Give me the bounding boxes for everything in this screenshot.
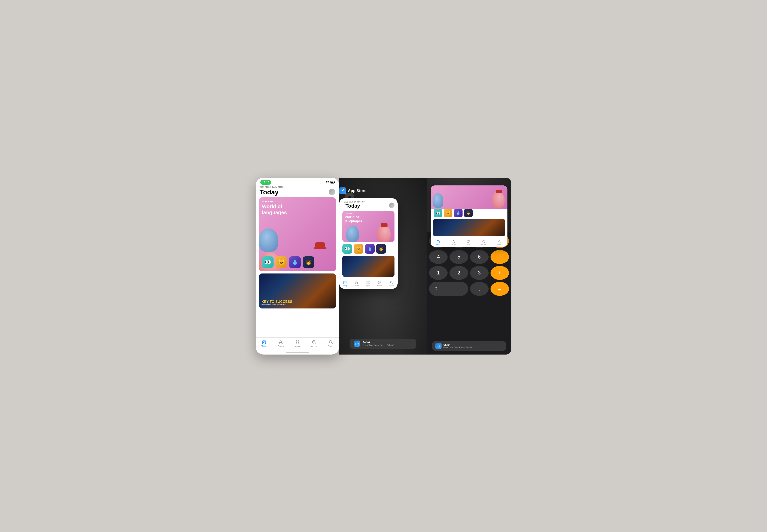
- nav-item-apps[interactable]: Apps: [289, 340, 306, 347]
- switcher-nav-games[interactable]: Games: [354, 281, 359, 287]
- app-store-icon: [339, 187, 346, 194]
- p3-icon-2[interactable]: 🐱: [444, 209, 452, 217]
- nav-label-games: Games: [278, 345, 284, 347]
- switcher-nav-label-apps: Apps: [366, 285, 370, 287]
- safari-footer-3[interactable]: Safari From "MacBook Pro — Admin": [432, 341, 506, 351]
- hero-app-icons-row: 👀 🐱 💧 🧒: [262, 256, 314, 268]
- nav-label-arcade: Arcade: [311, 345, 317, 347]
- safari-icon-3: [435, 343, 442, 349]
- calc-btn-plus[interactable]: +: [491, 266, 509, 280]
- switcher-icon-4[interactable]: 🧒: [376, 244, 386, 254]
- svg-rect-0: [262, 341, 266, 344]
- svg-point-35: [483, 240, 485, 243]
- app-icon-2[interactable]: 🐱: [275, 256, 287, 268]
- calc-btn-6[interactable]: 6: [470, 250, 489, 264]
- switcher-nav-label-games: Games: [354, 285, 359, 287]
- svg-rect-19: [368, 281, 369, 282]
- svg-point-23: [379, 282, 379, 282]
- p3-nav-search[interactable]: Search: [497, 240, 502, 245]
- nav-item-search[interactable]: Search: [323, 340, 339, 347]
- calculator: 7 8 9 × 4 5 6 − 1 2 3 + 0 , =: [427, 232, 511, 355]
- switcher-nav-today[interactable]: Today: [343, 281, 347, 287]
- app-icon-4[interactable]: 🧒: [303, 256, 314, 268]
- status-right: LTE: [320, 181, 335, 184]
- app-icon-1[interactable]: 👀: [262, 256, 274, 268]
- switcher-game-card[interactable]: [342, 256, 394, 277]
- lte-label: LTE: [324, 181, 329, 184]
- svg-point-10: [313, 342, 314, 342]
- p3-nav-games[interactable]: Games: [451, 240, 456, 245]
- svg-marker-16: [356, 281, 358, 283]
- nav-item-today[interactable]: Today: [256, 340, 272, 347]
- p3-icon-4[interactable]: 🧒: [464, 209, 473, 217]
- page-title-today: Today: [260, 189, 279, 196]
- svg-rect-6: [298, 340, 299, 342]
- calc-btn-4[interactable]: 4: [429, 250, 448, 264]
- char-blue: [259, 228, 278, 252]
- phone1-scroll-content: FOR KIDS World of languages 👀 🐱: [256, 197, 339, 337]
- switcher-hero-title: World of languages: [345, 215, 372, 223]
- p3-icon-3[interactable]: 💧: [454, 209, 463, 217]
- svg-point-22: [378, 281, 381, 284]
- p3-nav-label-arcade: Arcade: [481, 244, 486, 245]
- hero-card-label: FOR KIDS: [262, 200, 274, 203]
- p3-nav-arcade[interactable]: Arcade: [481, 240, 486, 245]
- switcher-bottom-nav: Today Games Apps Arcade Search: [339, 279, 398, 289]
- mini-char-blue: [346, 223, 360, 242]
- nav-item-arcade[interactable]: Arcade: [306, 340, 323, 347]
- safari-footer-2[interactable]: Safari From "MacBook Pro — Admin": [350, 339, 416, 349]
- p3-bottom-nav: Today Games Apps Arcade Search: [431, 239, 507, 247]
- game-bg: KEY TO SUCCESS GAIN POWER WITH SCIENCE: [259, 273, 336, 308]
- switcher-nav-search[interactable]: Search: [389, 281, 394, 287]
- p3-nav-label-games: Games: [451, 244, 456, 245]
- page-header-1: TUESDAY 14 MARCH Today: [256, 185, 339, 197]
- mini-char-pink: [375, 221, 391, 242]
- safari-source-3: From "MacBook Pro — Admin": [443, 346, 473, 349]
- switcher-nav-arcade[interactable]: Arcade: [377, 281, 382, 287]
- svg-rect-2: [263, 342, 264, 342]
- calc-btn-5[interactable]: 5: [450, 250, 468, 264]
- svg-rect-21: [368, 283, 369, 284]
- svg-point-3: [279, 342, 282, 344]
- game-card-rise-kingdom[interactable]: KEY TO SUCCESS GAIN POWER WITH SCIENCE: [259, 273, 336, 308]
- p3-game-card[interactable]: [433, 219, 505, 236]
- svg-point-9: [312, 340, 316, 344]
- svg-rect-14: [344, 281, 346, 284]
- switcher-icon-2[interactable]: 🐱: [354, 244, 363, 254]
- hero-card-languages[interactable]: FOR KIDS World of languages 👀 🐱: [259, 197, 336, 271]
- p3-nav-apps[interactable]: Apps: [467, 240, 471, 245]
- app-icon-3[interactable]: 💧: [289, 256, 301, 268]
- calc-btn-equals[interactable]: =: [491, 282, 509, 296]
- calc-btn-minus[interactable]: −: [491, 250, 509, 264]
- avatar[interactable]: [329, 189, 335, 195]
- switcher-icon-1[interactable]: 👀: [342, 244, 352, 254]
- switcher-nav-label-search: Search: [389, 285, 394, 287]
- svg-marker-4: [280, 340, 282, 342]
- switcher-icon-3[interactable]: 💧: [365, 244, 375, 254]
- svg-rect-8: [298, 342, 299, 343]
- svg-rect-5: [296, 340, 297, 342]
- game-text: KEY TO SUCCESS GAIN POWER WITH SCIENCE: [261, 300, 292, 306]
- svg-marker-29: [453, 240, 454, 242]
- switcher-game-bg: [342, 256, 394, 277]
- calc-btn-0[interactable]: 0: [429, 282, 468, 296]
- switcher-card-appstore[interactable]: TUESDAY 14 MARCH Today FOR KIDS World of…: [339, 198, 398, 289]
- phone-2: ⊞ C 7 4 1 0 App Store TUESDAY 14 MARCH: [339, 178, 427, 355]
- nav-label-search: Search: [328, 345, 334, 347]
- nav-label-apps: Apps: [295, 345, 300, 347]
- p3-icon-1[interactable]: 👀: [434, 209, 442, 217]
- switcher-nav-apps[interactable]: Apps: [366, 281, 370, 287]
- calc-btn-3[interactable]: 3: [470, 266, 489, 280]
- calc-btn-1[interactable]: 1: [429, 266, 448, 280]
- screen-container: 13:16 LTE TUESDAY 14 MARCH Today: [256, 178, 511, 355]
- calc-btn-2[interactable]: 2: [450, 266, 468, 280]
- nav-item-games[interactable]: Games: [272, 340, 289, 347]
- game-subtitle: GAIN POWER WITH SCIENCE: [261, 304, 292, 306]
- calc-btn-comma[interactable]: ,: [470, 282, 489, 296]
- p3-nav-today[interactable]: Today: [436, 240, 440, 245]
- app-store-header: App Store: [339, 187, 427, 194]
- safari-app-name-2: Safari: [362, 341, 412, 344]
- safari-app-name-3: Safari: [443, 343, 473, 346]
- switcher-nav-label-today: Today: [343, 285, 347, 287]
- app-store-title-label: App Store: [348, 189, 366, 193]
